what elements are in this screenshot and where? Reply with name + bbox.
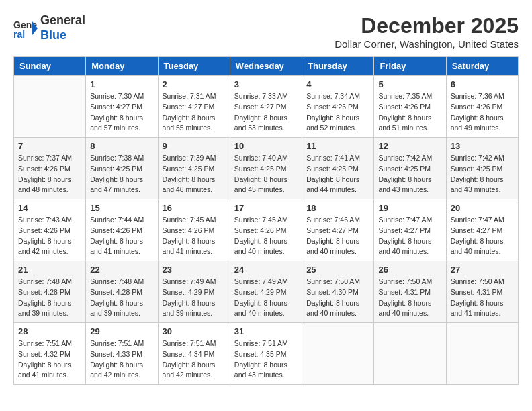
day-info: Sunrise: 7:34 AMSunset: 4:26 PMDaylight:… (306, 91, 369, 134)
calendar-cell: 28Sunrise: 7:51 AMSunset: 4:32 PMDayligh… (14, 323, 86, 385)
weekday-header: Monday (86, 57, 158, 76)
day-info: Sunrise: 7:50 AMSunset: 4:31 PMDaylight:… (451, 277, 514, 319)
calendar-cell: 10Sunrise: 7:40 AMSunset: 4:25 PMDayligh… (230, 138, 302, 199)
day-info: Sunrise: 7:36 AMSunset: 4:26 PMDaylight:… (451, 91, 514, 134)
calendar-cell (446, 323, 518, 385)
calendar-subtitle: Dollar Corner, Washington, United States (335, 38, 519, 50)
calendar-cell: 19Sunrise: 7:47 AMSunset: 4:27 PMDayligh… (374, 199, 446, 261)
calendar-cell (302, 323, 374, 385)
day-number: 3 (234, 79, 298, 89)
day-number: 19 (378, 203, 441, 213)
day-info: Sunrise: 7:49 AMSunset: 4:29 PMDaylight:… (234, 277, 298, 319)
calendar-cell: 2Sunrise: 7:31 AMSunset: 4:27 PMDaylight… (158, 76, 230, 138)
logo: Gene ral General Blue (13, 13, 85, 42)
calendar-cell (374, 323, 446, 385)
calendar-cell: 8Sunrise: 7:38 AMSunset: 4:25 PMDaylight… (86, 138, 158, 199)
svg-text:ral: ral (13, 29, 25, 40)
calendar-cell: 1Sunrise: 7:30 AMSunset: 4:27 PMDaylight… (86, 76, 158, 138)
calendar-cell: 25Sunrise: 7:50 AMSunset: 4:30 PMDayligh… (302, 261, 374, 323)
calendar-cell: 4Sunrise: 7:34 AMSunset: 4:26 PMDaylight… (302, 76, 374, 138)
day-info: Sunrise: 7:45 AMSunset: 4:26 PMDaylight:… (234, 215, 298, 257)
weekday-header: Friday (374, 57, 446, 76)
logo-line1: General (40, 13, 85, 28)
calendar-cell: 3Sunrise: 7:33 AMSunset: 4:27 PMDaylight… (230, 76, 302, 138)
calendar-cell: 26Sunrise: 7:50 AMSunset: 4:31 PMDayligh… (374, 261, 446, 323)
day-info: Sunrise: 7:41 AMSunset: 4:25 PMDaylight:… (306, 153, 369, 195)
day-info: Sunrise: 7:47 AMSunset: 4:27 PMDaylight:… (378, 215, 441, 257)
day-number: 28 (18, 326, 81, 336)
day-info: Sunrise: 7:46 AMSunset: 4:27 PMDaylight:… (306, 215, 369, 257)
day-info: Sunrise: 7:43 AMSunset: 4:26 PMDaylight:… (18, 215, 81, 257)
day-number: 23 (163, 265, 226, 275)
day-info: Sunrise: 7:42 AMSunset: 4:25 PMDaylight:… (378, 153, 441, 195)
day-info: Sunrise: 7:48 AMSunset: 4:28 PMDaylight:… (90, 277, 153, 319)
day-info: Sunrise: 7:49 AMSunset: 4:29 PMDaylight:… (163, 277, 226, 319)
calendar-cell: 13Sunrise: 7:42 AMSunset: 4:25 PMDayligh… (446, 138, 518, 199)
day-info: Sunrise: 7:50 AMSunset: 4:31 PMDaylight:… (378, 277, 441, 319)
day-number: 22 (90, 265, 153, 275)
day-info: Sunrise: 7:30 AMSunset: 4:27 PMDaylight:… (90, 91, 153, 134)
logo-line2: Blue (40, 28, 85, 43)
day-number: 1 (90, 79, 153, 89)
logo-icon: Gene ral (13, 16, 38, 40)
day-info: Sunrise: 7:44 AMSunset: 4:26 PMDaylight:… (90, 215, 153, 257)
calendar-cell (14, 76, 86, 138)
day-number: 20 (451, 203, 514, 213)
day-number: 18 (306, 203, 369, 213)
calendar-table: SundayMondayTuesdayWednesdayThursdayFrid… (13, 56, 519, 385)
calendar-cell: 7Sunrise: 7:37 AMSunset: 4:26 PMDaylight… (14, 138, 86, 199)
weekday-header: Saturday (446, 57, 518, 76)
day-info: Sunrise: 7:51 AMSunset: 4:35 PMDaylight:… (234, 338, 298, 381)
calendar-cell: 12Sunrise: 7:42 AMSunset: 4:25 PMDayligh… (374, 138, 446, 199)
calendar-title: December 2025 (335, 13, 519, 38)
day-number: 24 (234, 265, 298, 275)
day-number: 8 (90, 141, 153, 151)
day-number: 21 (18, 265, 81, 275)
day-info: Sunrise: 7:42 AMSunset: 4:25 PMDaylight:… (451, 153, 514, 195)
weekday-header: Sunday (14, 57, 86, 76)
calendar-week-row: 28Sunrise: 7:51 AMSunset: 4:32 PMDayligh… (14, 323, 519, 385)
day-number: 7 (18, 141, 81, 151)
day-number: 25 (306, 265, 369, 275)
calendar-cell: 9Sunrise: 7:39 AMSunset: 4:25 PMDaylight… (158, 138, 230, 199)
day-info: Sunrise: 7:51 AMSunset: 4:34 PMDaylight:… (163, 338, 226, 381)
day-number: 11 (306, 141, 369, 151)
day-number: 31 (234, 326, 298, 336)
calendar-cell: 20Sunrise: 7:47 AMSunset: 4:27 PMDayligh… (446, 199, 518, 261)
calendar-week-row: 7Sunrise: 7:37 AMSunset: 4:26 PMDaylight… (14, 138, 519, 199)
calendar-cell: 27Sunrise: 7:50 AMSunset: 4:31 PMDayligh… (446, 261, 518, 323)
day-number: 6 (451, 79, 514, 89)
day-info: Sunrise: 7:39 AMSunset: 4:25 PMDaylight:… (163, 153, 226, 195)
calendar-cell: 29Sunrise: 7:51 AMSunset: 4:33 PMDayligh… (86, 323, 158, 385)
calendar-week-row: 14Sunrise: 7:43 AMSunset: 4:26 PMDayligh… (14, 199, 519, 261)
day-number: 30 (163, 326, 226, 336)
calendar-cell: 21Sunrise: 7:48 AMSunset: 4:28 PMDayligh… (14, 261, 86, 323)
day-number: 17 (234, 203, 298, 213)
calendar-cell: 23Sunrise: 7:49 AMSunset: 4:29 PMDayligh… (158, 261, 230, 323)
day-info: Sunrise: 7:51 AMSunset: 4:33 PMDaylight:… (90, 338, 153, 381)
day-number: 29 (90, 326, 153, 336)
day-number: 12 (378, 141, 441, 151)
calendar-cell: 6Sunrise: 7:36 AMSunset: 4:26 PMDaylight… (446, 76, 518, 138)
day-number: 16 (163, 203, 226, 213)
day-number: 13 (451, 141, 514, 151)
calendar-week-row: 1Sunrise: 7:30 AMSunset: 4:27 PMDaylight… (14, 76, 519, 138)
calendar-cell: 30Sunrise: 7:51 AMSunset: 4:34 PMDayligh… (158, 323, 230, 385)
day-number: 9 (163, 141, 226, 151)
page-header: Gene ral General Blue December 2025 Doll… (13, 13, 519, 50)
day-number: 14 (18, 203, 81, 213)
weekday-header: Tuesday (158, 57, 230, 76)
calendar-cell: 11Sunrise: 7:41 AMSunset: 4:25 PMDayligh… (302, 138, 374, 199)
calendar-cell: 18Sunrise: 7:46 AMSunset: 4:27 PMDayligh… (302, 199, 374, 261)
calendar-cell: 24Sunrise: 7:49 AMSunset: 4:29 PMDayligh… (230, 261, 302, 323)
day-number: 4 (306, 79, 369, 89)
calendar-cell: 5Sunrise: 7:35 AMSunset: 4:26 PMDaylight… (374, 76, 446, 138)
weekday-header: Thursday (302, 57, 374, 76)
calendar-header-row: SundayMondayTuesdayWednesdayThursdayFrid… (14, 57, 519, 76)
day-info: Sunrise: 7:35 AMSunset: 4:26 PMDaylight:… (378, 91, 441, 134)
calendar-cell: 15Sunrise: 7:44 AMSunset: 4:26 PMDayligh… (86, 199, 158, 261)
day-info: Sunrise: 7:51 AMSunset: 4:32 PMDaylight:… (18, 338, 81, 381)
day-info: Sunrise: 7:37 AMSunset: 4:26 PMDaylight:… (18, 153, 81, 195)
day-number: 5 (378, 79, 441, 89)
day-info: Sunrise: 7:31 AMSunset: 4:27 PMDaylight:… (163, 91, 226, 134)
